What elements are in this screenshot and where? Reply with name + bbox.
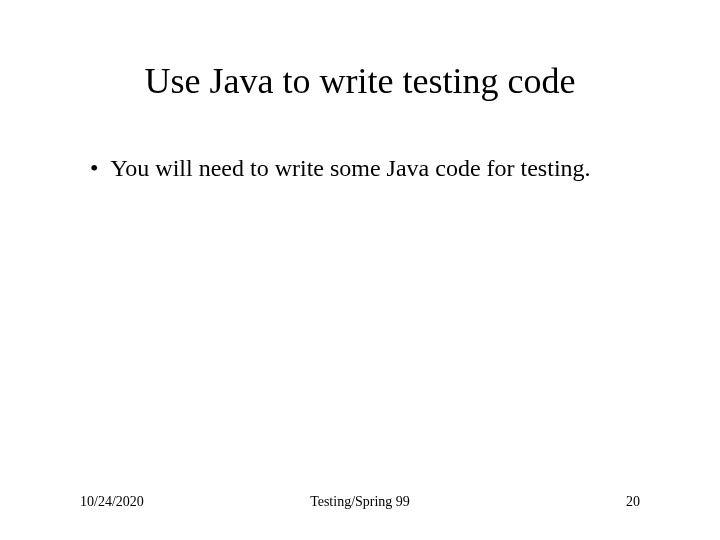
slide-title: Use Java to write testing code (80, 60, 640, 102)
slide-container: Use Java to write testing code • You wil… (0, 0, 720, 540)
footer-center: Testing/Spring 99 (310, 494, 410, 510)
footer-page-number: 20 (626, 494, 640, 510)
bullet-item: • You will need to write some Java code … (90, 152, 640, 184)
bullet-text: You will need to write some Java code fo… (110, 152, 640, 184)
slide-footer: 10/24/2020 Testing/Spring 99 20 (80, 494, 640, 510)
slide-content: • You will need to write some Java code … (80, 152, 640, 184)
footer-date: 10/24/2020 (80, 494, 144, 510)
bullet-marker: • (90, 152, 98, 184)
